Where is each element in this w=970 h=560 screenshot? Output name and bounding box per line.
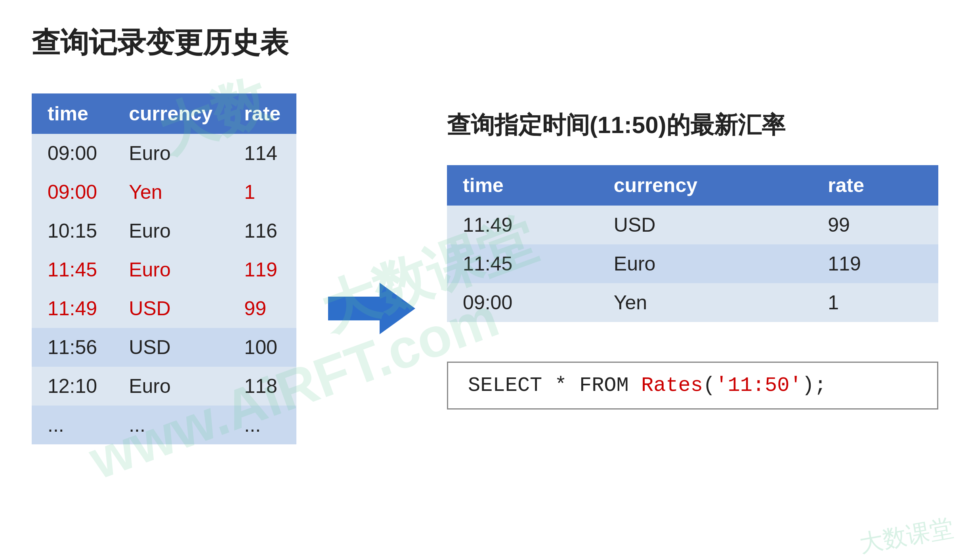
left-cell-rate: 116: [228, 211, 296, 250]
right-col-rate: rate: [812, 165, 938, 206]
left-cell-currency: Euro: [113, 250, 228, 289]
sql-open-paren: (: [703, 374, 715, 397]
left-table-body: 09:00Euro11409:00Yen110:15Euro11611:45Eu…: [32, 134, 296, 444]
left-cell-time: 10:15: [32, 211, 113, 250]
left-cell-rate: 114: [228, 134, 296, 173]
right-col-currency: currency: [598, 165, 812, 206]
left-table-row: 09:00Yen1: [32, 173, 296, 211]
left-cell-currency: Euro: [113, 211, 228, 250]
left-cell-time: 12:10: [32, 367, 113, 406]
left-table-row: 09:00Euro114: [32, 134, 296, 173]
page-title: 查询记录变更历史表: [32, 24, 938, 62]
right-cell-currency: USD: [598, 206, 812, 244]
sql-box: SELECT * FROM Rates('11:50');: [447, 362, 938, 410]
right-cell-currency: Yen: [598, 283, 812, 322]
right-cell-time: 11:49: [447, 206, 598, 244]
left-cell-currency: ...: [113, 406, 228, 444]
left-cell-time: ...: [32, 406, 113, 444]
page-container: 查询记录变更历史表 time currency rate 09:00Euro11…: [0, 0, 970, 560]
right-cell-time: 09:00: [447, 283, 598, 322]
right-table-body: 11:49USD9911:45Euro11909:00Yen1: [447, 206, 938, 322]
left-cell-currency: Euro: [113, 367, 228, 406]
right-table: time currency rate 11:49USD9911:45Euro11…: [447, 165, 938, 322]
left-table-head: time currency rate: [32, 93, 296, 134]
right-cell-rate: 99: [812, 206, 938, 244]
left-cell-currency: USD: [113, 289, 228, 328]
right-cell-rate: 1: [812, 283, 938, 322]
left-table-row: 12:10Euro118: [32, 367, 296, 406]
sql-select: SELECT * FROM: [468, 374, 641, 397]
right-table-row: 09:00Yen1: [447, 283, 938, 322]
left-cell-rate: 99: [228, 289, 296, 328]
left-cell-currency: Euro: [113, 134, 228, 173]
svg-marker-0: [328, 283, 415, 334]
left-table-row: .........: [32, 406, 296, 444]
right-table-row: 11:45Euro119: [447, 244, 938, 283]
left-table: time currency rate 09:00Euro11409:00Yen1…: [32, 93, 296, 444]
left-table-row: 11:56USD100: [32, 328, 296, 367]
left-cell-rate: 1: [228, 173, 296, 211]
left-col-currency: currency: [113, 93, 228, 134]
left-cell-time: 09:00: [32, 173, 113, 211]
left-cell-rate: 119: [228, 250, 296, 289]
left-cell-time: 11:56: [32, 328, 113, 367]
sql-close: );: [802, 374, 827, 397]
right-cell-time: 11:45: [447, 244, 598, 283]
left-cell-currency: USD: [113, 328, 228, 367]
right-table-head: time currency rate: [447, 165, 938, 206]
right-cell-currency: Euro: [598, 244, 812, 283]
left-cell-time: 11:45: [32, 250, 113, 289]
left-cell-rate: 100: [228, 328, 296, 367]
main-content: time currency rate 09:00Euro11409:00Yen1…: [32, 93, 938, 444]
left-cell-rate: ...: [228, 406, 296, 444]
direction-arrow: [328, 281, 415, 336]
left-table-row: 10:15Euro116: [32, 211, 296, 250]
right-col-time: time: [447, 165, 598, 206]
sql-param: '11:50': [715, 374, 802, 397]
left-cell-time: 09:00: [32, 134, 113, 173]
right-cell-rate: 119: [812, 244, 938, 283]
left-section: time currency rate 09:00Euro11409:00Yen1…: [32, 93, 296, 444]
right-title: 查询指定时间(11:50)的最新汇率: [447, 109, 938, 141]
left-table-row: 11:49USD99: [32, 289, 296, 328]
right-section: 查询指定时间(11:50)的最新汇率 time currency rate 11…: [447, 109, 938, 410]
left-cell-currency: Yen: [113, 173, 228, 211]
left-col-time: time: [32, 93, 113, 134]
right-table-header-row: time currency rate: [447, 165, 938, 206]
left-cell-rate: 118: [228, 367, 296, 406]
left-table-row: 11:45Euro119: [32, 250, 296, 289]
right-table-row: 11:49USD99: [447, 206, 938, 244]
left-table-header-row: time currency rate: [32, 93, 296, 134]
arrow-container: [328, 281, 415, 336]
left-col-rate: rate: [228, 93, 296, 134]
left-cell-time: 11:49: [32, 289, 113, 328]
sql-function: Rates: [641, 374, 703, 397]
